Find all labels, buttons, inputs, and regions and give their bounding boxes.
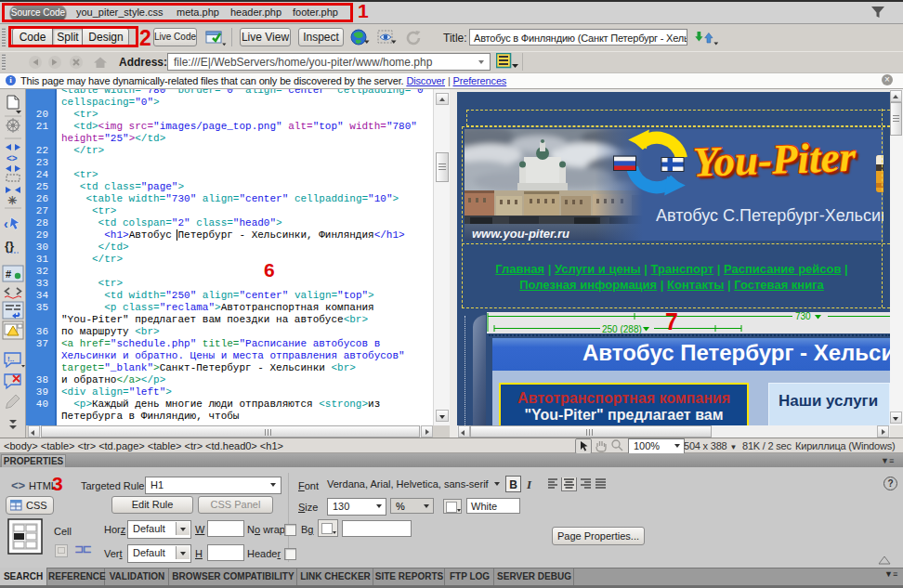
svg-text:730: 730 bbox=[795, 312, 811, 321]
svg-text:!..: !.. bbox=[7, 355, 14, 363]
svg-text:<>: <> bbox=[7, 153, 18, 163]
svg-text:250 (288): 250 (288) bbox=[602, 324, 642, 334]
svg-text:#: # bbox=[6, 268, 11, 280]
svg-text:✳: ✳ bbox=[7, 194, 17, 207]
svg-text:{}: {} bbox=[5, 239, 14, 253]
svg-text:‹: ‹ bbox=[4, 216, 8, 231]
